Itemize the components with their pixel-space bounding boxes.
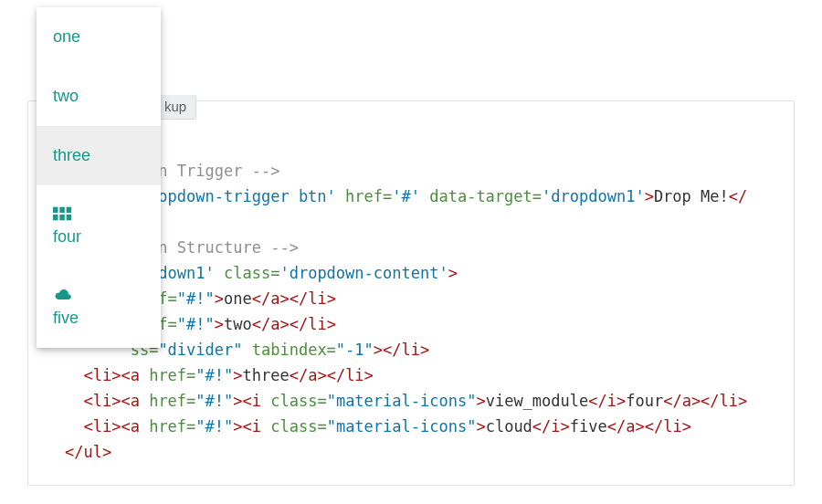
tag-gt4: > — [215, 315, 224, 333]
tag-gt: > — [645, 187, 654, 205]
text-one: one — [224, 289, 252, 308]
attr-class: class= — [215, 264, 280, 282]
dropdown-item-two[interactable]: two — [37, 67, 161, 126]
dropdown-item-label: five — [53, 309, 79, 327]
str-dropdowncontent: 'dropdown-content' — [279, 264, 448, 282]
text-viewmodule: view_module — [486, 392, 589, 410]
text-four: four — [626, 392, 663, 410]
dropdown-item-label: two — [53, 87, 79, 105]
dropdown-item-label: three — [53, 146, 90, 164]
dropdown-item-one[interactable]: one — [37, 7, 161, 67]
tab-markup-fragment[interactable]: kup — [160, 95, 196, 120]
svg-rect-3 — [53, 215, 58, 220]
str-hb5: "#!" — [195, 417, 233, 436]
str-class: 'dropdown-trigger btn' — [131, 187, 336, 205]
dropdown-menu: one two three four five — [37, 7, 161, 348]
text-five: five — [570, 417, 607, 436]
str-divider: "divider" — [158, 341, 242, 359]
str-mi2: "material-icons" — [327, 417, 477, 436]
svg-rect-5 — [67, 215, 72, 220]
text-two: two — [224, 315, 252, 333]
str-hb1: "#!" — [177, 289, 215, 308]
str-neg1: "-1" — [336, 341, 374, 359]
text-three: three — [243, 366, 290, 384]
tag-close-li3: ></li> — [374, 341, 429, 359]
text-cloud: cloud — [486, 417, 532, 436]
tag-close: </ — [729, 187, 747, 205]
str-hb4: "#!" — [195, 392, 233, 410]
tag-gt2: > — [448, 264, 458, 282]
dropdown-item-label: one — [53, 27, 80, 46]
tag-close-li1: </a></li> — [252, 289, 336, 308]
tag-gt3: > — [215, 289, 224, 308]
svg-rect-1 — [59, 207, 65, 213]
dropdown-item-label: four — [53, 227, 81, 246]
str-hb2: "#!" — [177, 315, 215, 333]
attr-data-target: data-target= — [420, 187, 542, 205]
dropdown-item-five[interactable]: five — [37, 267, 161, 348]
attr-tabindex: tabindex= — [243, 341, 336, 359]
svg-rect-4 — [59, 215, 65, 220]
code-block: down Trigger --> 'dropdown-trigger btn' … — [65, 158, 775, 465]
str-dropdown1: 'dropdown1' — [542, 187, 645, 205]
svg-rect-0 — [53, 207, 58, 213]
tag-close-li2: </a></li> — [252, 315, 336, 333]
text-dropme: Drop Me! — [654, 187, 729, 205]
view-module-icon — [53, 205, 144, 222]
svg-rect-2 — [67, 207, 72, 213]
cloud-icon — [53, 287, 144, 303]
attr-href: href= — [336, 187, 392, 205]
str-hb3: "#!" — [195, 366, 233, 384]
dropdown-item-four[interactable]: four — [37, 185, 161, 267]
dropdown-item-three[interactable]: three — [37, 126, 161, 185]
str-hash: '#' — [392, 187, 420, 205]
str-mi1: "material-icons" — [327, 392, 477, 410]
